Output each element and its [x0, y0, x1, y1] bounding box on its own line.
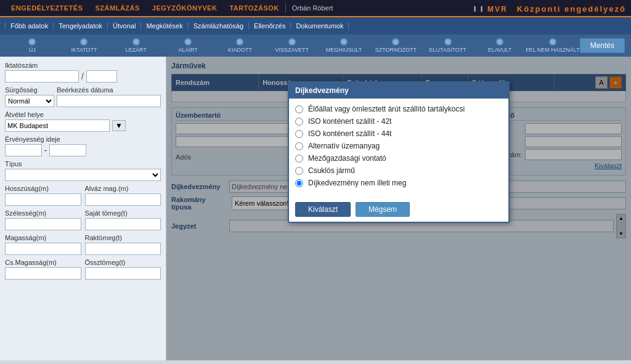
step-dot-iktatott [80, 38, 88, 46]
step-label-elutasitott: ELUTASÍTOTT [429, 47, 466, 53]
radio-opt5[interactable] [295, 155, 303, 163]
modal-option-3[interactable]: ISO konténert szállít - 44t [295, 129, 502, 138]
label-opt7: Díjkedvezmény nem illeti meg [308, 179, 406, 187]
step-visszavett[interactable]: VISSZAVETT [266, 38, 318, 53]
tab-szamlazhatosag[interactable]: Számlázhatóság [189, 22, 249, 30]
nav-jegyzo[interactable]: JEGYZŐKÖNYVEK [146, 4, 224, 12]
csmag-input[interactable] [5, 267, 81, 280]
iktatoszam-row: Iktatószám / [5, 62, 161, 83]
label-opt5: Mezőgazdasági vontató [308, 154, 386, 163]
step-dot-elutasitott [444, 38, 452, 46]
hosszusag-alvaz-row: Hosszúság(m) Alváz mag.(m) [5, 185, 161, 206]
szeles-field: Szélesség(m) [5, 209, 81, 230]
atvetel-input-row: ▼ [5, 119, 161, 132]
szeles-label: Szélesség(m) [5, 209, 81, 217]
csmag-field: Cs.Magasság(m) [5, 259, 81, 280]
step-label-lezart: LEZÁRT [126, 47, 147, 53]
surgosseg-field: Sürgősség Normál [5, 86, 54, 107]
tab-ellenorzes[interactable]: Ellenőrzés [249, 22, 291, 30]
tab-utvonal[interactable]: Útvonal [108, 22, 141, 30]
step-elutasitott[interactable]: ELUTASÍTOTT [422, 38, 474, 53]
step-label-sztornozott: SZTORNÓZOTT [375, 47, 417, 53]
radio-opt3[interactable] [295, 130, 303, 138]
tab-dokumentumok[interactable]: Dokumentumok [291, 22, 349, 30]
modal-megsem-button[interactable]: Mégsem [356, 202, 410, 217]
modal-option-7[interactable]: Díjkedvezmény nem illeti meg [295, 179, 502, 187]
logo: I I MVR Központi engedélyező [474, 2, 626, 15]
atvetel-dropdown-icon[interactable]: ▼ [112, 120, 126, 131]
step-elavult[interactable]: ELAVULT [474, 38, 526, 53]
iktatoszam-slash: / [81, 71, 84, 81]
modal-option-6[interactable]: Csuklós jármű [295, 166, 502, 175]
logo-prefix: I I [474, 4, 487, 14]
save-button[interactable]: Mentés [580, 38, 625, 53]
surgosseg-select[interactable]: Normál [5, 95, 54, 107]
step-dot-meghiusult [340, 38, 348, 46]
step-label-uj: ÚJ [29, 47, 36, 53]
rak-label: Raktömeg(t) [85, 234, 161, 241]
iktatoszam-label: Iktatószám [5, 62, 161, 69]
szeles-input[interactable] [5, 218, 81, 230]
tipus-select[interactable] [5, 169, 161, 181]
label-opt4: Alternatív üzemanyag [308, 142, 380, 150]
atvetel-field: Átvétel helye ▼ [5, 111, 161, 132]
step-label-felnem: FEL NEM HASZNÁLT [526, 47, 580, 53]
atvetel-input[interactable] [5, 119, 110, 132]
ervenyesseg-from[interactable] [5, 144, 42, 156]
beerkezes-input[interactable] [57, 95, 161, 107]
modal-kivalaszt-button[interactable]: Kiválaszt [295, 202, 351, 217]
second-nav: Főbb adatok Tengelyadatok Útvonal Megköt… [0, 17, 631, 34]
nav-engedely[interactable]: ENGEDÉLYEZTETÉS [5, 4, 89, 12]
mag-input[interactable] [5, 243, 81, 255]
label-opt1: Élőállat vagy ömlesztett árút szállító t… [308, 105, 465, 113]
radio-opt6[interactable] [295, 167, 303, 175]
radio-opt4[interactable] [295, 142, 303, 150]
step-kiadott[interactable]: KIADOTT [214, 38, 266, 53]
step-label-kiadott: KIADOTT [228, 47, 252, 53]
mag-label: Magasság(m) [5, 234, 81, 241]
step-label-alairt: ALÁÍRT [178, 47, 197, 53]
label-opt2: ISO konténert szállít - 42t [308, 117, 391, 126]
modal-option-1[interactable]: Élőállat vagy ömlesztett árút szállító t… [295, 105, 502, 113]
nav-tartozas[interactable]: TARTOZÁSOK [223, 4, 285, 12]
radio-opt7[interactable] [295, 179, 303, 187]
step-iktatott[interactable]: IKTATOTT [58, 38, 110, 53]
rak-input[interactable] [85, 243, 161, 255]
main-content: Iktatószám / Sürgősség Normál Beérkezés … [0, 57, 631, 360]
tab-megkotes[interactable]: Megkötések [141, 22, 188, 30]
atvetel-label: Átvétel helye [5, 111, 161, 118]
modal-footer: Kiválaszt Mégsem [289, 197, 508, 222]
tab-tengely[interactable]: Tengelyadatok [54, 22, 108, 30]
nav-szamlazas[interactable]: SZÁMLÁZÁS [89, 4, 146, 12]
step-uj[interactable]: ÚJ [6, 38, 58, 53]
alvaz-input[interactable] [85, 193, 161, 206]
step-dot-lezart [132, 38, 140, 46]
ervenyesseg-to[interactable] [49, 144, 86, 156]
step-felnem[interactable]: FEL NEM HASZNÁLT [526, 38, 580, 53]
step-meghiusult[interactable]: MEGHIÚSULT [318, 38, 370, 53]
modal-dijkedvezmeny: Díjkedvezmény Élőállat vagy ömlesztett á… [288, 81, 510, 223]
step-alairt[interactable]: ALÁÍRT [162, 38, 214, 53]
modal-option-5[interactable]: Mezőgazdasági vontató [295, 154, 502, 163]
iktatoszam-inputs: / [5, 70, 161, 83]
hosszusag-input[interactable] [5, 193, 81, 206]
step-label-elavult: ELAVULT [488, 47, 512, 53]
logo-text: MVR [487, 5, 508, 14]
step-dot-felnem [549, 38, 556, 46]
step-sztornozott[interactable]: SZTORNÓZOTT [370, 38, 421, 53]
modal-option-4[interactable]: Alternatív üzemanyag [295, 142, 502, 150]
tab-fobb[interactable]: Főbb adatok [5, 22, 54, 30]
modal-option-2[interactable]: ISO konténert szállít - 42t [295, 117, 502, 126]
iktatoszam-input2[interactable] [86, 70, 117, 83]
radio-opt1[interactable] [295, 105, 303, 113]
csmag-label: Cs.Magasság(m) [5, 259, 81, 266]
oss-input[interactable] [85, 267, 161, 280]
ervenyesseg-dash: - [44, 146, 47, 155]
mag-rak-row: Magasság(m) Raktömeg(t) [5, 234, 161, 255]
sajat-input[interactable] [85, 218, 161, 230]
radio-opt2[interactable] [295, 118, 303, 126]
rak-field: Raktömeg(t) [85, 234, 161, 255]
modal-title: Díjkedvezmény [295, 86, 349, 95]
step-lezart[interactable]: LEZÁRT [110, 38, 162, 53]
iktatoszam-input1[interactable] [5, 70, 79, 83]
